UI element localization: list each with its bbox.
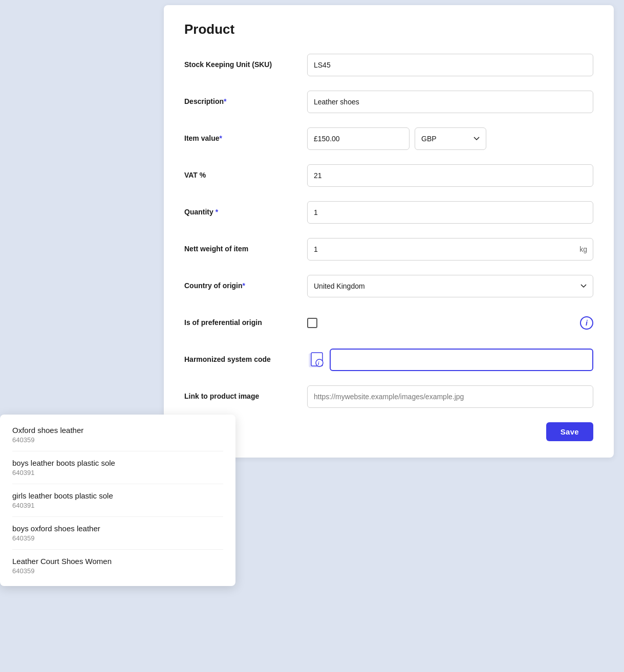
page-title: Product [184,21,593,37]
hs-code-row: Harmonized system code i [184,346,593,373]
country-origin-label: Country of origin* [184,281,307,291]
preferential-origin-info-icon[interactable]: i [580,316,593,330]
hs-code-wrapper: i [307,349,593,371]
item-value-input[interactable] [307,127,410,150]
preferential-origin-checkbox[interactable] [307,318,317,328]
preferential-origin-field: i [307,316,593,330]
item-value-row: Item value* GBP USD EUR [184,125,593,152]
list-item[interactable]: boys oxford shoes leather 640359 [0,517,235,549]
hs-code-label: Harmonized system code [184,355,307,365]
save-button[interactable]: Save [546,422,593,441]
quantity-row: Quantity * [184,199,593,226]
save-button-row: Save [184,422,593,441]
vat-field [307,164,593,187]
product-form-card: Product Stock Keeping Unit (SKU) Descrip… [164,5,614,458]
quantity-input[interactable] [307,201,593,224]
nett-weight-input[interactable] [307,238,593,261]
description-input[interactable] [307,91,593,113]
svg-point-2 [316,359,323,366]
item-value-field: GBP USD EUR [307,127,593,150]
sku-input[interactable] [307,54,593,76]
product-image-input[interactable] [307,385,593,408]
sku-label: Stock Keeping Unit (SKU) [184,60,307,70]
vat-label: VAT % [184,170,307,181]
product-image-row: Link to product image [184,383,593,410]
nett-weight-wrapper: kg [307,238,593,261]
list-item[interactable]: boys leather boots plastic sole 640391 [0,451,235,484]
list-item[interactable]: girls leather boots plastic sole 640391 [0,484,235,516]
country-origin-field: United Kingdom United States Germany Fra… [307,275,593,297]
vat-input[interactable] [307,164,593,187]
item-value-label: Item value* [184,134,307,144]
nett-weight-field: kg [307,238,593,261]
country-origin-row: Country of origin* United Kingdom United… [184,273,593,299]
preferential-origin-label: Is of preferential origin [184,318,307,328]
preferential-origin-wrapper: i [307,316,593,330]
hs-code-field: i [307,349,593,371]
hs-code-icon: i [307,351,326,369]
list-item[interactable]: Oxford shoes leather 640359 [0,419,235,451]
product-image-label: Link to product image [184,392,307,402]
sku-row: Stock Keeping Unit (SKU) [184,52,593,78]
description-label: Description* [184,97,307,107]
quantity-label: Quantity * [184,207,307,218]
nett-weight-label: Nett weight of item [184,244,307,254]
description-field [307,91,593,113]
nett-weight-row: Nett weight of item kg [184,236,593,263]
autocomplete-dropdown: Oxford shoes leather 640359 boys leather… [0,415,235,586]
quantity-field [307,201,593,224]
quantity-required-star: * [216,208,218,216]
sku-field [307,54,593,76]
currency-select[interactable]: GBP USD EUR [415,127,486,150]
description-row: Description* [184,89,593,115]
item-value-required-star: * [219,134,222,142]
country-origin-select[interactable]: United Kingdom United States Germany Fra… [307,275,593,297]
country-origin-required-star: * [243,281,245,290]
preferential-origin-row: Is of preferential origin i [184,310,593,336]
vat-row: VAT % [184,162,593,189]
hs-code-input[interactable] [330,349,593,371]
description-required-star: * [224,97,226,105]
list-item[interactable]: Leather Court Shoes Women 640359 [0,550,235,582]
product-image-field [307,385,593,408]
weight-unit: kg [579,245,587,253]
